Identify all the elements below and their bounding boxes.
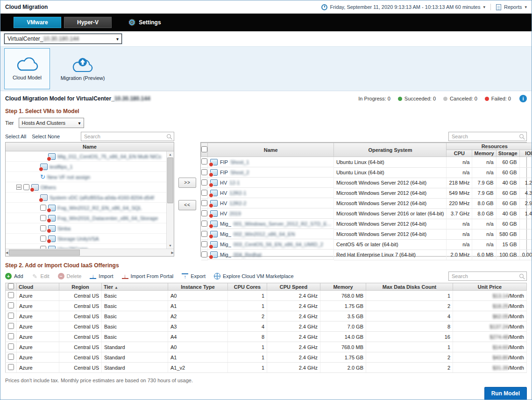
offering-row[interactable]: AzureCentral USBasicA012.4 GHz768.0 MB1$… [6, 291, 527, 301]
column-header-os[interactable]: Operating System [334, 143, 447, 157]
explore-cloud-vm-marketplace-button[interactable]: Explore Cloud VM Marketplace [214, 273, 294, 279]
vm-table-row[interactable]: FIPShost_1Ubuntu Linux (64-bit)n/an/a60 … [201, 157, 532, 168]
migration-preview-tile[interactable]: Migration (Preview) [57, 48, 109, 89]
tree-item-checkbox[interactable] [40, 236, 46, 242]
tree-item-checkbox[interactable] [40, 205, 46, 211]
tree-item[interactable]: Others [6, 182, 166, 193]
horizontal-scrollbar[interactable]: ◀ ▶ [6, 249, 174, 256]
vm-row-checkbox[interactable] [201, 251, 207, 257]
offering-row-checkbox[interactable] [8, 323, 14, 329]
offering-row[interactable]: AzureCentral USStandardA1_v212.4 GHz2.0 … [6, 363, 527, 373]
vm-row-checkbox[interactable] [201, 190, 207, 196]
vm-table-row[interactable]: FIPShost_2Ubuntu Linux (64-bit)n/an/a60 … [201, 167, 532, 178]
scroll-thumb[interactable] [9, 250, 80, 256]
column-header-tier[interactable]: Tier▲ [102, 283, 168, 291]
tree-item-checkbox[interactable] [40, 225, 46, 231]
cloud-model-tile[interactable]: Cloud Model [4, 48, 50, 89]
vm-row-checkbox[interactable] [201, 210, 207, 216]
vm-row-checkbox[interactable] [201, 158, 207, 164]
offering-row[interactable]: AzureCentral USBasicA482.4 GHz14.0 GB16$… [6, 332, 527, 342]
column-header-name[interactable]: Name [208, 143, 334, 157]
column-header-unit-price[interactable]: Unit Price [453, 283, 527, 291]
select-none-link[interactable]: Select None [32, 134, 60, 139]
vm-table-row[interactable]: Mig_002_Win2012_x86_64_ENMicrosoft Windo… [201, 229, 532, 239]
source-search-input[interactable] [81, 132, 174, 141]
tree-item[interactable]: Fog_Win2012_R2_EN_x86_64_SQL [6, 203, 166, 213]
column-header-instance-type[interactable]: Instance Type [168, 283, 228, 291]
scroll-up-icon[interactable]: ▲ [169, 151, 172, 157]
column-header-iops[interactable]: IOPs [519, 150, 532, 157]
vm-table-row[interactable]: HV12-1Microsoft Windows Server 2012 (64-… [201, 178, 532, 188]
column-header-memory[interactable]: Memory [320, 283, 366, 291]
import-from-portal-button[interactable]: ↓Import From Portal [122, 273, 174, 279]
info-icon[interactable]: i [519, 95, 527, 102]
tree-item[interactable]: ↻New VF not assign [6, 172, 166, 182]
select-all-checkbox[interactable] [201, 146, 207, 152]
scroll-right-icon[interactable]: ▶ [171, 250, 174, 256]
reports-menu[interactable]: Reports [504, 4, 522, 10]
tree-item-checkbox[interactable] [40, 215, 46, 221]
vm-row-checkbox[interactable] [201, 231, 207, 237]
import-button[interactable]: ↓Import [90, 273, 113, 279]
vm-table-row[interactable]: HV12R2-2Microsoft Windows Server 2012 (6… [201, 198, 532, 208]
offering-row-checkbox[interactable] [8, 292, 14, 298]
tree-item-checkbox[interactable] [23, 184, 29, 190]
column-header-cpu[interactable]: CPU [447, 150, 472, 157]
offering-row[interactable]: AzureCentral USStandardA012.4 GHz768.0 M… [6, 342, 527, 352]
tree-item[interactable]: Fog_Win2016_Datacenter_x86_64_Storage [6, 213, 166, 223]
export-button[interactable]: ↑Export [182, 273, 206, 279]
time-range-selector[interactable]: Friday, September 11, 2020 9:13:13 AM - … [330, 4, 481, 10]
move-left-button[interactable]: << [178, 200, 196, 210]
scroll-left-icon[interactable]: ◀ [6, 250, 8, 256]
column-header-region[interactable]: Region [59, 283, 102, 291]
column-header-memory[interactable]: Memory [472, 150, 496, 157]
chevron-down-icon[interactable]: ▾ [483, 5, 485, 9]
vm-row-checkbox[interactable] [201, 200, 207, 206]
offering-row[interactable]: AzureCentral USBasicA342.4 GHz7.0 GB8$13… [6, 321, 527, 332]
vm-row-checkbox[interactable] [201, 179, 207, 186]
vm-table-row[interactable]: HV2019Microsoft Windows Server 2016 or l… [201, 208, 532, 219]
selected-search-input[interactable] [448, 132, 527, 141]
vm-table-row[interactable]: HV12R2-1Microsoft Windows Server 2012 (6… [201, 188, 532, 198]
column-header-cloud[interactable]: Cloud [17, 283, 59, 291]
move-right-button[interactable]: >> [178, 178, 196, 188]
offering-row-checkbox[interactable] [8, 302, 14, 308]
offerings-search-input[interactable] [448, 271, 527, 281]
vcenter-select[interactable]: VirtualCenter_10.30.180.144 ▾ [4, 34, 122, 44]
scroll-thumb[interactable] [167, 157, 173, 203]
tree-item[interactable]: Sinba [6, 223, 166, 234]
add-button[interactable]: +Add [5, 273, 23, 279]
scroll-down-icon[interactable]: ▼ [169, 243, 172, 249]
tree-name-header[interactable]: Name [6, 143, 174, 151]
tree-item[interactable]: View78Comp [6, 244, 166, 249]
offering-row-checkbox[interactable] [8, 364, 14, 370]
offerings-select-all-checkbox[interactable] [8, 283, 14, 289]
vm-table-row[interactable]: Mig_003_CentOS_56_EN_x86_64_UMID_2CentOS… [201, 239, 532, 250]
column-header-cpu-cores[interactable]: CPU Cores [228, 283, 267, 291]
tree-item[interactable]: System vDC (aRzB5Sa-a0da-4160-8204-d54f [6, 193, 166, 203]
offering-row-checkbox[interactable] [8, 343, 14, 350]
offering-row-checkbox[interactable] [8, 313, 14, 319]
tree-item[interactable]: Mig_011_CentOS_75_x86_64_EN Multi NICs [6, 151, 166, 162]
select-all-link[interactable]: Select All [5, 134, 26, 139]
vm-row-checkbox[interactable] [201, 241, 207, 247]
offering-row-checkbox[interactable] [8, 354, 14, 360]
vm-table-row[interactable]: Mig_004_RedhatRed Hat Enterprise Linux 7… [201, 250, 532, 260]
chevron-down-icon[interactable]: ▾ [525, 5, 527, 9]
offering-row[interactable]: AzureCentral USBasicA112.4 GHz1.75 GB2$1… [6, 301, 527, 311]
vertical-scrollbar[interactable]: ▲ ▼ [166, 151, 174, 249]
settings-button[interactable]: ⚙ Settings [128, 19, 161, 27]
collapse-toggle-icon[interactable] [16, 185, 21, 190]
tree-item[interactable]: testflips_1 [6, 162, 166, 172]
run-model-button[interactable]: Run Model [484, 387, 527, 400]
column-header-max-data-disks[interactable]: Max Data Disks Count [366, 283, 453, 291]
tab-vmware[interactable]: VMware [14, 17, 61, 28]
tree-item[interactable]: Storage UnityVSA [6, 234, 166, 244]
vm-table-row[interactable]: Mig_001_Windows_Server_2012_R2_STD_E...M… [201, 219, 532, 229]
offering-row[interactable]: AzureCentral USStandardA112.4 GHz1.75 GB… [6, 352, 527, 363]
vm-row-checkbox[interactable] [201, 221, 207, 227]
offering-row-checkbox[interactable] [8, 333, 14, 339]
tier-select[interactable]: Hosts And Clusters ▾ [19, 118, 84, 128]
offering-row[interactable]: AzureCentral USBasicA222.4 GHz3.5 GB4$62… [6, 311, 527, 321]
column-header-storage[interactable]: Storage [496, 150, 519, 157]
